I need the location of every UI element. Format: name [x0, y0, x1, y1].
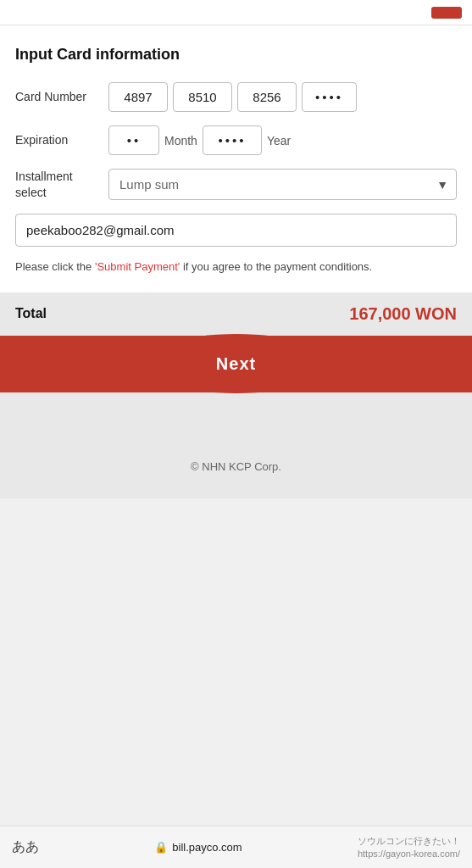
- notice-text-before: Please click the: [15, 260, 95, 273]
- expiry-inputs: Month Year: [108, 125, 457, 155]
- top-bar-indicator: [431, 7, 462, 19]
- next-button-container: Next: [0, 336, 472, 392]
- expiry-year-input[interactable]: [203, 125, 262, 155]
- installment-label: Installmentselect: [15, 169, 108, 199]
- top-bar: [0, 0, 472, 25]
- notice-text: Please click the 'Submit Payment' if you…: [15, 259, 457, 275]
- expiration-label: Expiration: [15, 132, 108, 147]
- footer-area: © NHN KCP Corp.: [0, 392, 472, 498]
- main-card: Input Card information Card Number Expir…: [0, 25, 472, 292]
- card-number-label: Card Number: [15, 89, 108, 104]
- expiry-month-input[interactable]: [108, 125, 159, 155]
- email-input[interactable]: [15, 214, 457, 247]
- lock-icon: 🔒: [154, 841, 168, 854]
- footer-copyright: © NHN KCP Corp.: [191, 460, 281, 473]
- card-number-seg1[interactable]: [108, 82, 168, 112]
- notice-text-after: if you agree to the payment conditions.: [180, 260, 372, 273]
- year-label: Year: [267, 134, 291, 147]
- notice-highlight: 'Submit Payment': [95, 260, 180, 273]
- keyboard-indicator[interactable]: ああ: [12, 838, 39, 856]
- month-label: Month: [164, 134, 197, 147]
- expiration-row: Expiration Month Year: [15, 125, 457, 155]
- card-number-row: Card Number: [15, 82, 457, 112]
- card-number-seg2[interactable]: [173, 82, 232, 112]
- card-number-inputs: [108, 82, 457, 112]
- card-number-seg4[interactable]: [302, 82, 357, 112]
- installment-row: Installmentselect Lump sum ▼: [15, 169, 457, 200]
- installment-select-wrapper: Lump sum ▼: [108, 169, 457, 200]
- domain-text: bill.payco.com: [172, 841, 242, 854]
- next-button[interactable]: Next: [182, 348, 290, 381]
- referrer-info: ソウルコンに行きたい！ https://gayon-korea.com/: [358, 835, 460, 860]
- installment-select[interactable]: Lump sum: [108, 169, 457, 200]
- section-title: Input Card information: [15, 46, 457, 64]
- total-label: Total: [15, 306, 47, 321]
- total-amount: 167,000 WON: [349, 304, 457, 324]
- referrer-line2: https://gayon-korea.com/: [358, 848, 460, 860]
- total-bar: Total 167,000 WON: [0, 292, 472, 336]
- referrer-line1: ソウルコンに行きたい！: [358, 835, 460, 847]
- browser-url-area: 🔒 bill.payco.com: [154, 841, 242, 854]
- card-number-seg3[interactable]: [237, 82, 297, 112]
- browser-bar: ああ 🔒 bill.payco.com ソウルコンに行きたい！ https://…: [0, 826, 472, 868]
